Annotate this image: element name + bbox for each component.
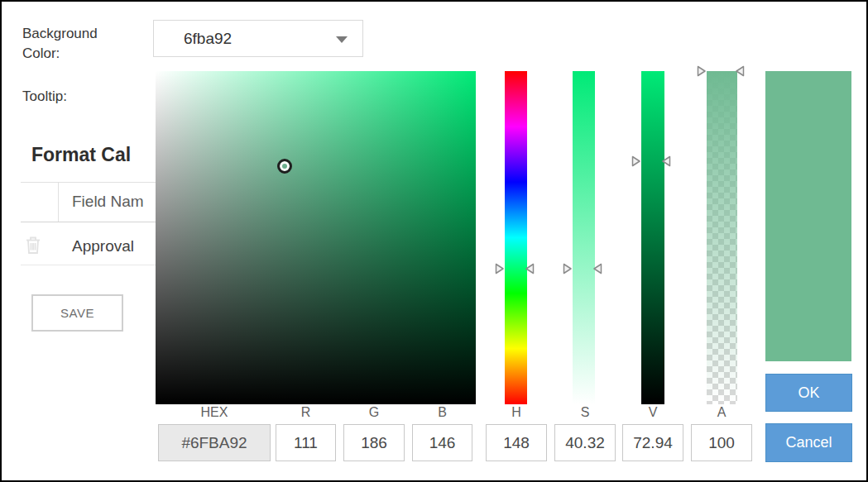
- alpha-field: A 100: [691, 405, 752, 461]
- green-input[interactable]: 186: [343, 424, 405, 461]
- hex-field: HEX #6FBA92: [158, 405, 271, 461]
- background-color-dropdown[interactable]: 6fba92: [153, 20, 363, 57]
- value-slider[interactable]: [641, 71, 664, 404]
- app-window: Background Color: Tooltip: Format Cal Fi…: [0, 0, 868, 482]
- hex-label: HEX: [158, 405, 271, 422]
- dropdown-value: 6fba92: [184, 21, 232, 56]
- table-column-divider: [58, 182, 59, 222]
- alpha-input[interactable]: 100: [691, 424, 752, 461]
- saturation-handle-left-icon[interactable]: [562, 263, 573, 274]
- saturation-value-area[interactable]: [156, 71, 476, 404]
- hue-handle-left-icon[interactable]: [494, 263, 505, 274]
- saturation-handle-right-icon[interactable]: [592, 263, 603, 274]
- page-title: Format Cal: [31, 144, 131, 166]
- blue-input[interactable]: 146: [412, 424, 472, 461]
- field-name-column-header: Field Nam: [72, 193, 144, 211]
- red-input[interactable]: 111: [276, 424, 336, 461]
- color-picker-popup: OK Cancel HEX #6FBA92 R 111 G 186 B 146 …: [156, 66, 862, 476]
- hue-field: H 148: [486, 405, 547, 461]
- saturation-slider[interactable]: [573, 71, 595, 404]
- hue-handle-right-icon[interactable]: [525, 263, 535, 274]
- hex-input[interactable]: #6FBA92: [158, 424, 271, 461]
- saturation-input[interactable]: 40.32: [554, 424, 616, 461]
- trash-icon[interactable]: [25, 236, 41, 258]
- saturation-field: S 40.32: [554, 405, 616, 461]
- ok-button[interactable]: OK: [765, 374, 852, 412]
- blue-label: B: [412, 405, 472, 422]
- value-handle-left-icon[interactable]: [631, 155, 641, 167]
- red-field: R 111: [276, 405, 336, 461]
- hue-input[interactable]: 148: [486, 424, 547, 461]
- table-row-divider: [21, 265, 156, 265]
- red-label: R: [276, 405, 336, 422]
- table-header-divider: [21, 222, 156, 222]
- value-handle-right-icon[interactable]: [661, 155, 672, 167]
- alpha-handle-right-icon[interactable]: [735, 65, 746, 77]
- alpha-slider[interactable]: [707, 71, 737, 404]
- table-row[interactable]: Approval: [72, 237, 134, 255]
- green-field: G 186: [343, 405, 405, 461]
- value-label: V: [622, 405, 683, 422]
- alpha-handle-left-icon[interactable]: [696, 65, 707, 77]
- value-field: V 72.94: [622, 405, 683, 461]
- table-border-top: [21, 182, 156, 183]
- tooltip-label: Tooltip:: [22, 87, 67, 107]
- blue-field: B 146: [412, 405, 472, 461]
- cancel-button[interactable]: Cancel: [765, 423, 852, 462]
- green-label: G: [343, 405, 405, 422]
- color-preview-swatch: [765, 71, 851, 361]
- hue-slider[interactable]: [505, 71, 527, 404]
- hue-label: H: [486, 405, 547, 422]
- sv-marker-icon[interactable]: [277, 159, 292, 174]
- alpha-label: A: [691, 405, 752, 422]
- value-input[interactable]: 72.94: [622, 424, 683, 461]
- save-button[interactable]: SAVE: [31, 294, 123, 332]
- background-color-label: Background Color:: [22, 24, 126, 64]
- saturation-label: S: [554, 405, 616, 422]
- chevron-down-icon: [336, 36, 348, 43]
